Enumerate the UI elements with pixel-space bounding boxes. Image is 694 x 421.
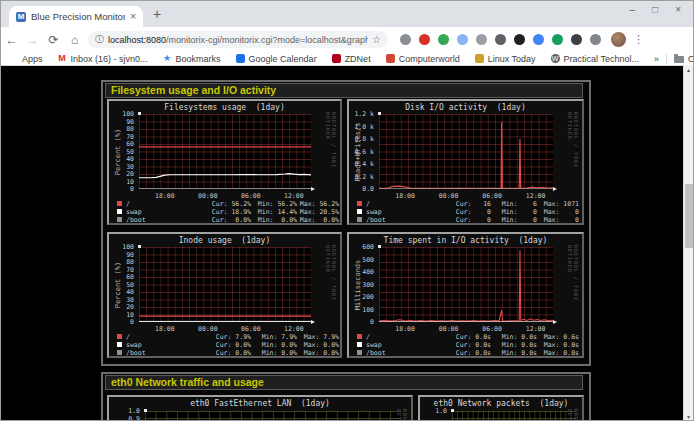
graph-panel-inode-usage[interactable]: Inode usage (1day)Percent (%)10090807060…: [107, 232, 342, 358]
graph-panel-filesystems-usage[interactable]: Filesystems usage (1day)Percent (%)10090…: [107, 99, 342, 225]
legend-name: swap: [366, 208, 382, 216]
bookmark-wordpress[interactable]: WPractical Technol...: [551, 54, 639, 64]
section-header-eth0: eth0 Network traffic and usage: [105, 375, 583, 390]
scrollbar-thumb[interactable]: [685, 184, 693, 248]
maximize-button[interactable]: □: [652, 4, 658, 15]
graph-series: [379, 247, 553, 322]
legend-max: Max: 7.9%: [299, 333, 339, 341]
legend-max: Max: 0.0s: [539, 349, 579, 357]
tab-close-icon[interactable]: ×: [130, 11, 136, 22]
y-axis-arrow: [138, 245, 141, 248]
y-tick-label: 0: [109, 318, 134, 326]
extension-icon[interactable]: [457, 34, 468, 45]
apps-grid-icon: ▦: [9, 54, 18, 63]
legend-max: Max: 0.0s: [539, 341, 579, 349]
legend-swatch: [357, 350, 362, 355]
legend-max: Max: 20.5%: [299, 208, 339, 216]
graph-series: [139, 114, 311, 189]
browser-menu-icon[interactable]: ⋮: [633, 33, 644, 46]
x-axis-arrow: [311, 187, 315, 191]
y-tick-label: 0.8 k: [349, 135, 374, 143]
close-button[interactable]: ×: [675, 4, 681, 15]
url-path: /monitorix-cgi/monitorix.cgi?mode=localh…: [166, 35, 368, 45]
legend-max: Max: 0.6s: [539, 333, 579, 341]
page-scrollbar[interactable]: ▲ ▼: [683, 65, 693, 421]
extension-icon[interactable]: [495, 34, 506, 45]
legend-max: Max: 0.0%: [299, 349, 339, 357]
graph-panel-eth0-traffic[interactable]: eth0 FastEthernet LAN (1day)1.00.9RRDTOO…: [107, 395, 413, 421]
extension-icon[interactable]: [514, 34, 525, 45]
plot-area: [379, 247, 553, 322]
y-tick-label: 0.6 k: [349, 148, 374, 156]
graph-panel-disk-io[interactable]: Disk I/O activity (1day)Reads+Writes/s1.…: [347, 99, 584, 225]
y-axis-arrow: [138, 112, 141, 115]
legend-min: Min: 0: [495, 208, 537, 216]
y-tick-label: 500: [349, 256, 374, 264]
extension-icon[interactable]: [476, 34, 487, 45]
legend-swatch: [357, 334, 362, 339]
legend-swatch: [357, 209, 362, 214]
y-tick-label: 0.9: [109, 415, 140, 421]
bookmark-apps-grid[interactable]: ▦Apps: [9, 54, 43, 64]
window-controls: – □ ×: [630, 4, 681, 15]
bookmark-items: ▦AppsMInbox (16) - sjvn0...★BookmarksGoo…: [9, 54, 639, 64]
bookmark-star[interactable]: ★Bookmarks: [163, 54, 221, 64]
address-bar[interactable]: ⓘ localhost:8080/monitorix-cgi/monitorix…: [88, 31, 388, 48]
back-icon[interactable]: ←: [1, 33, 22, 47]
extension-icon[interactable]: [419, 34, 430, 45]
legend-swatch: [357, 201, 362, 206]
scroll-up-icon[interactable]: ▲: [684, 65, 693, 75]
extension-icon[interactable]: [590, 34, 601, 45]
extension-icon[interactable]: [552, 34, 563, 45]
browser-tab[interactable]: M Blue Precision Monitorix ×: [9, 6, 143, 27]
reload-icon[interactable]: ⟳: [43, 33, 64, 47]
profile-avatar[interactable]: [611, 32, 626, 47]
bookmark-label: Google Calendar: [249, 54, 317, 64]
x-axis-arrow: [311, 320, 315, 324]
bookmark-star-icon[interactable]: ☆: [372, 34, 381, 45]
y-tick-label: 600: [349, 243, 374, 251]
legend-cur: Cur: 0.0%: [201, 341, 251, 349]
page-info-icon[interactable]: ⓘ: [95, 33, 104, 46]
bookmark-calendar[interactable]: Google Calendar: [236, 54, 317, 64]
x-tick-label: 12:00: [526, 325, 546, 333]
extension-icon[interactable]: [438, 34, 449, 45]
y-tick-label: 1.2 k: [349, 110, 374, 118]
legend-max: Max: 1071: [539, 200, 579, 208]
minimize-button[interactable]: –: [630, 4, 636, 15]
tab-title: Blue Precision Monitorix: [31, 11, 125, 22]
other-bookmarks-button[interactable]: Other bookmarks: [674, 54, 694, 64]
graph-panel-eth0-packets[interactable]: eth0 Network packets (1day)Packets/s1.0R…: [418, 395, 584, 421]
extension-icon[interactable]: [400, 34, 411, 45]
new-tab-button[interactable]: +: [153, 6, 161, 22]
legend-min: Min: 0.0%: [255, 216, 297, 224]
bookmark-zdnet[interactable]: ZDNet: [332, 54, 371, 64]
graph-panel-io-time[interactable]: Time spent in I/O activity (1day)Millise…: [347, 232, 584, 358]
x-tick-label: 12:00: [526, 192, 546, 200]
legend-name: /: [126, 333, 130, 341]
legend-max: Max: 0.0%: [299, 216, 339, 224]
gmail-icon: M: [58, 54, 67, 63]
legend-swatch: [117, 217, 122, 222]
y-tick-label: 0.0: [349, 185, 374, 193]
zdnet-icon: [332, 54, 341, 63]
legend-swatch: [117, 350, 122, 355]
bookmark-linux-today[interactable]: Linux Today: [475, 54, 536, 64]
scroll-down-icon[interactable]: ▼: [684, 412, 693, 421]
home-icon[interactable]: ⌂: [64, 33, 85, 47]
legend-swatch: [357, 342, 362, 347]
rrdtool-watermark: RRDTOOL / TOBI OETIKER: [325, 245, 337, 330]
bookmarks-overflow-chevron[interactable]: »: [654, 54, 659, 64]
legend-cur: Cur: 0: [441, 216, 491, 224]
browser-toolbar: ← → ⟳ ⌂ ⓘ localhost:8080/monitorix-cgi/m…: [1, 27, 693, 53]
linux-today-icon: [475, 54, 484, 63]
bookmark-gmail[interactable]: MInbox (16) - sjvn0...: [58, 54, 148, 64]
y-tick-label: 0: [349, 318, 374, 326]
extension-icon[interactable]: [571, 34, 582, 45]
legend-min: Min: 0: [495, 216, 537, 224]
legend-name: swap: [126, 208, 142, 216]
legend-min: Min: 0.0%: [255, 349, 297, 357]
extension-icon[interactable]: [533, 34, 544, 45]
extensions-row: [400, 34, 601, 45]
bookmark-computerworld[interactable]: Computerworld: [386, 54, 460, 64]
